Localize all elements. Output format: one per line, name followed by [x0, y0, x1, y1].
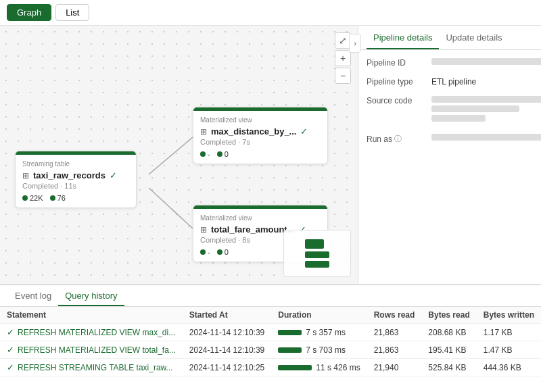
pipeline-id-value [431, 58, 541, 68]
table-row[interactable]: ✓REFRESH MATERIALIZED VIEW total_fa...20… [0, 341, 541, 359]
pipeline-type-row: Pipeline type ETL pipeline [367, 77, 533, 87]
graph-canvas[interactable]: Streaming table ⊞ taxi_raw_records ✓ Com… [0, 26, 358, 284]
node-metrics: - 0 [200, 150, 321, 158]
metric-dot-2 [217, 249, 222, 255]
blurred-runas [431, 134, 541, 141]
duration-cell: 11 s 426 ms [271, 359, 367, 376]
table-body: ✓REFRESH MATERIALIZED VIEW max_di...2024… [0, 324, 541, 376]
statement-link[interactable]: REFRESH MATERIALIZED VIEW max_di... [18, 328, 175, 337]
minimap-node-mat2 [305, 261, 329, 268]
statement-link[interactable]: REFRESH MATERIALIZED VIEW total_fa... [18, 345, 176, 355]
metric-dot-1 [200, 249, 206, 255]
source-code-row: Source code [367, 96, 533, 124]
rows-read-cell: 21,863 [367, 341, 422, 359]
metric-value-2: 76 [57, 194, 66, 202]
bytes-written-cell: 1.47 KB [477, 341, 541, 359]
metric-dot-2 [217, 151, 222, 157]
rows-read-cell: 21,940 [367, 359, 422, 376]
panel-tabs: Pipeline details Update details [358, 26, 541, 50]
source-code-value [431, 96, 541, 124]
node-status: Completed · 7s [200, 138, 321, 146]
metric-dot-1 [22, 195, 28, 201]
svg-line-0 [149, 137, 193, 174]
node-type-label: Streaming table [22, 160, 129, 168]
blurred-source-2 [431, 105, 519, 112]
minimap-node-mat1 [305, 251, 329, 258]
node-type-label: Materialized view [200, 214, 321, 222]
event-log-tab[interactable]: Event log [8, 285, 58, 306]
statement-cell[interactable]: ✓REFRESH STREAMING TABLE taxi_raw... [0, 359, 183, 376]
node-type-label: Materialized view [200, 116, 321, 124]
duration-cell: 7 s 703 ms [271, 341, 367, 359]
statement-cell[interactable]: ✓REFRESH MATERIALIZED VIEW max_di... [0, 324, 183, 341]
bottom-panel: Event log Query history Statement Starte… [0, 284, 541, 392]
check-icon: ✓ [110, 170, 117, 180]
run-as-label: Run as ⓘ [367, 134, 427, 144]
node-body: Streaming table ⊞ taxi_raw_records ✓ Com… [16, 155, 136, 207]
metric-value-1: - [208, 248, 210, 256]
run-as-info-icon[interactable]: ⓘ [394, 134, 402, 144]
check-icon: ✓ [300, 126, 308, 137]
blurred-id [431, 58, 541, 65]
mat-view-node-1[interactable]: Materialized view ⊞ max_distance_by_... … [193, 107, 328, 164]
col-statement: Statement [0, 307, 183, 324]
bytes-read-cell: 195.41 KB [421, 341, 476, 359]
bytes-read-cell: 525.84 KB [421, 359, 476, 376]
list-tab-button[interactable]: List [55, 4, 89, 21]
streaming-table-node[interactable]: Streaming table ⊞ taxi_raw_records ✓ Com… [15, 151, 137, 208]
pipeline-type-label: Pipeline type [367, 77, 427, 87]
started-at-cell: 2024-11-14 12:10:39 [183, 341, 271, 359]
blurred-source-3 [431, 115, 486, 122]
node-title: total_fare_amount... [211, 224, 295, 235]
pipeline-id-row: Pipeline ID [367, 58, 533, 68]
col-rows-read: Rows read [367, 307, 422, 324]
minimap[interactable] [283, 230, 351, 277]
query-history-table-container: Statement Started At Duration Rows read … [0, 307, 541, 392]
table-icon: ⊞ [22, 171, 29, 180]
node-status: Completed · 11s [22, 182, 129, 190]
duration-bar [278, 365, 312, 370]
query-history-tab[interactable]: Query history [58, 285, 124, 306]
pipeline-details-tab[interactable]: Pipeline details [367, 26, 439, 49]
col-started-at: Started At [183, 307, 271, 324]
panel-toggle-button[interactable]: › [349, 34, 361, 53]
pipeline-id-label: Pipeline ID [367, 58, 427, 68]
zoom-out-button[interactable]: − [335, 68, 351, 84]
metric-value-1: 22K [30, 194, 43, 202]
run-as-row: Run as ⓘ [367, 134, 533, 144]
started-at-cell: 2024-11-14 12:10:25 [183, 359, 271, 376]
panel-content: Pipeline ID Pipeline type ETL pipeline S… [358, 50, 541, 284]
bottom-tabs: Event log Query history [0, 285, 541, 307]
table-row[interactable]: ✓REFRESH STREAMING TABLE taxi_raw...2024… [0, 359, 541, 376]
minimap-node-streaming [305, 239, 324, 249]
table-icon: ⊞ [200, 225, 207, 235]
query-history-table: Statement Started At Duration Rows read … [0, 307, 541, 376]
metric-dot-1 [200, 151, 206, 157]
node-title-row: ⊞ max_distance_by_... ✓ [200, 126, 321, 137]
update-details-tab[interactable]: Update details [439, 26, 509, 49]
bytes-read-cell: 208.68 KB [421, 324, 476, 341]
col-bytes-read: Bytes read [421, 307, 476, 324]
metric-dot-2 [50, 195, 55, 201]
node-metrics: 22K 76 [22, 194, 129, 202]
blurred-source-1 [431, 96, 541, 103]
bytes-written-cell: 1.17 KB [477, 324, 541, 341]
node-body: Materialized view ⊞ max_distance_by_... … [193, 111, 327, 164]
started-at-cell: 2024-11-14 12:10:39 [183, 324, 271, 341]
statement-link[interactable]: REFRESH STREAMING TABLE taxi_raw... [18, 363, 173, 372]
duration-bar [278, 347, 302, 353]
col-duration: Duration [271, 307, 367, 324]
right-panel: Pipeline details Update details Pipeline… [358, 26, 541, 284]
rows-read-cell: 21,863 [367, 324, 422, 341]
duration-cell: 7 s 357 ms [271, 324, 367, 341]
duration-bar [278, 330, 302, 335]
main-area: Streaming table ⊞ taxi_raw_records ✓ Com… [0, 26, 541, 284]
run-as-value [431, 134, 541, 144]
statement-cell[interactable]: ✓REFRESH MATERIALIZED VIEW total_fa... [0, 341, 183, 359]
metric-value-2: 0 [225, 150, 229, 158]
table-row[interactable]: ✓REFRESH MATERIALIZED VIEW max_di...2024… [0, 324, 541, 341]
toolbar: Graph List [0, 0, 541, 26]
graph-tab-button[interactable]: Graph [7, 4, 51, 21]
node-title: taxi_raw_records [33, 170, 105, 180]
table-header: Statement Started At Duration Rows read … [0, 307, 541, 324]
